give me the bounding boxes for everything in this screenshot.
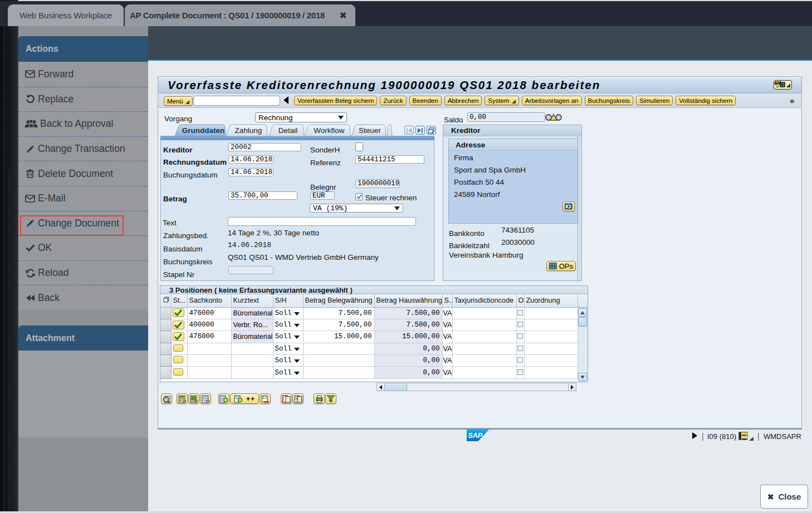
svg-text:Workflow: Workflow xyxy=(314,126,345,135)
svg-text:Detail: Detail xyxy=(278,126,298,135)
svg-text:Steuer: Steuer xyxy=(359,126,381,135)
svg-text:Zahlung: Zahlung xyxy=(235,126,262,135)
svg-text:Grunddaten: Grunddaten xyxy=(182,126,225,135)
svg-text:SAP: SAP xyxy=(468,432,483,440)
